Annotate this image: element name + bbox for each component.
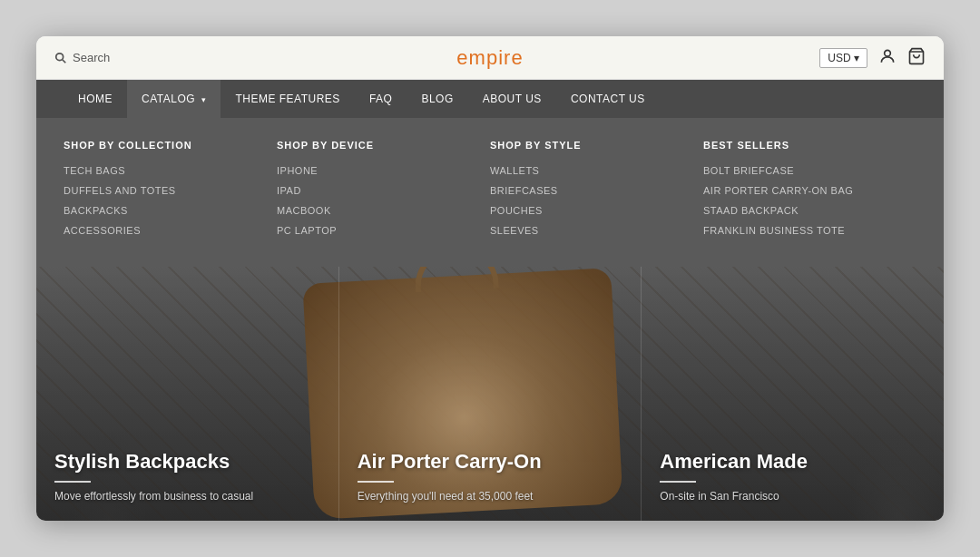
logo-rest: mpire bbox=[469, 46, 524, 69]
hero-panel-american-made[interactable]: American Made On-site in San Francisco bbox=[642, 267, 944, 521]
svg-line-1 bbox=[63, 59, 66, 63]
dropdown-item-accessories[interactable]: ACCESSORIES bbox=[64, 225, 259, 236]
hero-panel-american-made-title: American Made bbox=[660, 450, 926, 474]
browser-frame: Search empire USD ▾ bbox=[36, 36, 944, 521]
dropdown-item-duffels[interactable]: DUFFELS AND TOTES bbox=[64, 185, 259, 196]
dropdown-col-bestsellers-title: BEST SELLERS bbox=[703, 140, 898, 151]
dropdown-col-device: SHOP BY DEVICE IPHONE IPAD MACBOOK PC LA… bbox=[277, 140, 490, 245]
hero-panel-carry-on[interactable]: Air Porter Carry-On Everything you'll ne… bbox=[339, 267, 642, 521]
catalog-dropdown: SHOP BY COLLECTION TECH BAGS DUFFELS AND… bbox=[36, 118, 944, 267]
dropdown-item-wallets[interactable]: WALLETS bbox=[490, 165, 685, 176]
dropdown-item-tech-bags[interactable]: TECH BAGS bbox=[64, 165, 259, 176]
hero-panel-carry-on-divider bbox=[358, 481, 394, 483]
hero-panel-backpacks[interactable]: Stylish Backpacks Move effortlessly from… bbox=[36, 267, 339, 521]
dropdown-item-ipad[interactable]: IPAD bbox=[277, 185, 472, 196]
dropdown-item-briefcases[interactable]: BRIEFCASES bbox=[490, 185, 685, 196]
dropdown-item-air-porter[interactable]: AIR PORTER CARRY-ON BAG bbox=[703, 185, 898, 196]
hero-columns: Stylish Backpacks Move effortlessly from… bbox=[36, 267, 944, 521]
top-bar: Search empire USD ▾ bbox=[36, 36, 944, 80]
hero-panel-american-made-divider bbox=[660, 481, 696, 483]
nav-theme-features[interactable]: THEME FEATURES bbox=[220, 80, 354, 118]
dropdown-col-style-title: SHOP BY STYLE bbox=[490, 140, 685, 151]
hero-section: Stylish Backpacks Move effortlessly from… bbox=[36, 267, 944, 521]
svg-point-0 bbox=[56, 53, 64, 60]
dropdown-item-pc-laptop[interactable]: PC LAPTOP bbox=[277, 225, 472, 236]
logo-accent: e bbox=[456, 46, 468, 69]
dropdown-item-staad-backpack[interactable]: STAAD BACKPACK bbox=[703, 205, 898, 216]
nav-contact-us[interactable]: CONTACT US bbox=[556, 80, 660, 118]
dropdown-item-iphone[interactable]: IPHONE bbox=[277, 165, 472, 176]
dropdown-item-pouches[interactable]: POUCHES bbox=[490, 205, 685, 216]
search-area[interactable]: Search bbox=[54, 51, 110, 64]
cart-icon[interactable] bbox=[907, 47, 926, 68]
nav-bar: HOME CATALOG ▾ THEME FEATURES FAQ BLOG A… bbox=[36, 80, 944, 118]
nav-home[interactable]: HOME bbox=[64, 80, 127, 118]
hero-panel-carry-on-title: Air Porter Carry-On bbox=[358, 450, 623, 474]
top-right-controls: USD ▾ bbox=[819, 47, 926, 68]
nav-blog[interactable]: BLOG bbox=[407, 80, 467, 118]
catalog-dropdown-arrow: ▾ bbox=[201, 95, 207, 104]
nav-catalog[interactable]: CATALOG ▾ bbox=[127, 80, 220, 118]
search-label: Search bbox=[73, 51, 110, 64]
dropdown-item-bolt-briefcase[interactable]: BOLT BRIEFCASE bbox=[703, 165, 898, 176]
dropdown-col-device-title: SHOP BY DEVICE bbox=[277, 140, 472, 151]
dropdown-col-bestsellers: BEST SELLERS BOLT BRIEFCASE AIR PORTER C… bbox=[703, 140, 916, 245]
hero-panel-carry-on-subtitle: Everything you'll need at 35,000 feet bbox=[358, 490, 623, 503]
dropdown-item-sleeves[interactable]: SLEEVES bbox=[490, 225, 685, 236]
hero-panel-american-made-subtitle: On-site in San Francisco bbox=[660, 490, 926, 503]
dropdown-item-franklin-tote[interactable]: FRANKLIN BUSINESS TOTE bbox=[703, 225, 898, 236]
hero-panel-backpacks-divider bbox=[54, 481, 91, 483]
dropdown-col-style: SHOP BY STYLE WALLETS BRIEFCASES POUCHES… bbox=[490, 140, 703, 245]
hero-panel-backpacks-title: Stylish Backpacks bbox=[54, 450, 320, 474]
dropdown-item-backpacks[interactable]: BACKPACKS bbox=[64, 205, 259, 216]
site-logo[interactable]: empire bbox=[456, 46, 523, 70]
account-icon[interactable] bbox=[878, 47, 897, 68]
nav-about-us[interactable]: ABOUT US bbox=[468, 80, 556, 118]
svg-point-2 bbox=[885, 50, 891, 56]
search-icon bbox=[54, 52, 67, 64]
hero-panel-backpacks-subtitle: Move effortlessly from business to casua… bbox=[54, 490, 320, 503]
nav-faq[interactable]: FAQ bbox=[355, 80, 407, 118]
dropdown-col-collection-title: SHOP BY COLLECTION bbox=[64, 140, 259, 151]
dropdown-col-collection: SHOP BY COLLECTION TECH BAGS DUFFELS AND… bbox=[64, 140, 277, 245]
dropdown-item-macbook[interactable]: MACBOOK bbox=[277, 205, 472, 216]
currency-selector[interactable]: USD ▾ bbox=[819, 48, 867, 68]
